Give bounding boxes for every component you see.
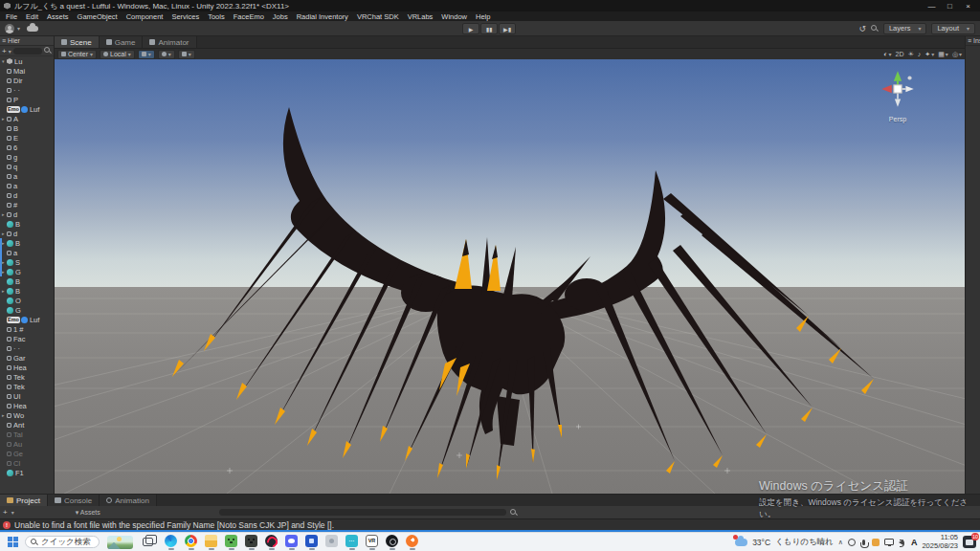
hierarchy-item[interactable]: Emo Mai <box>0 66 54 76</box>
task-view-button[interactable] <box>143 538 153 546</box>
menu-item[interactable]: Radial Inventory <box>297 12 348 21</box>
hierarchy-item[interactable]: Emo a <box>0 181 54 190</box>
hierarchy-item[interactable]: Emo Tal <box>0 430 54 439</box>
menu-item[interactable]: Services <box>171 12 199 21</box>
hierarchy-item[interactable]: ▸ Emo G <box>0 267 54 276</box>
lighting-toggle-icon[interactable]: ☀ <box>908 51 914 58</box>
hierarchy-item[interactable]: Emo Luf <box>0 104 54 114</box>
hierarchy-item[interactable]: Emo B <box>0 276 54 286</box>
hierarchy-item[interactable]: Emo Tek <box>0 382 54 391</box>
add-object-button[interactable]: + <box>2 47 7 55</box>
blender[interactable] <box>402 535 422 550</box>
hierarchy-item[interactable]: Emo · · <box>0 85 54 95</box>
hierarchy-item[interactable]: Emo UI <box>0 391 54 401</box>
ime-mode-indicator[interactable]: A <box>911 538 918 547</box>
view-tab[interactable]: Game <box>100 36 144 48</box>
bottom-tab[interactable]: Animation <box>100 495 157 506</box>
status-bar[interactable]: ! Unable to find a font file with the sp… <box>0 518 980 530</box>
hierarchy-item[interactable]: Emo Ant <box>0 420 54 430</box>
volume-icon[interactable] <box>899 540 903 545</box>
notification-center-button[interactable]: 10 <box>963 536 976 548</box>
project-search-input[interactable] <box>219 509 506 516</box>
tool-pivot-dropdown[interactable]: Center ▾ <box>57 50 97 59</box>
effects-dropdown[interactable]: ✦▾ <box>924 51 934 58</box>
hierarchy-item[interactable]: Emo Gar <box>0 353 54 363</box>
hierarchy-item[interactable]: ▸ Emo d <box>0 229 54 238</box>
menu-item[interactable]: Window <box>441 12 467 21</box>
expand-arrow-icon[interactable]: ▾ <box>2 58 7 64</box>
hierarchy-item[interactable]: Emo Cl <box>0 458 54 468</box>
hierarchy-item[interactable]: ▾ Emo Lu <box>0 56 54 66</box>
hierarchy-item[interactable]: Emo a <box>0 248 54 257</box>
blue-app[interactable] <box>301 535 322 550</box>
assets-folder-label[interactable]: ▾ Assets <box>76 509 100 517</box>
minecraft-green[interactable] <box>221 535 241 550</box>
weather-desc[interactable]: くもりのち晴れ <box>775 537 834 548</box>
snap-increment-dropdown[interactable]: ▾ <box>178 50 195 59</box>
menu-item[interactable]: Jobs <box>273 12 288 21</box>
view-tab[interactable]: Animator <box>143 36 196 48</box>
hamburger-icon[interactable]: ≡ <box>968 37 971 44</box>
view-tab[interactable]: Scene <box>55 36 100 48</box>
opera-gx[interactable] <box>261 535 281 550</box>
hierarchy-item[interactable]: Emo 6 <box>0 143 54 152</box>
vrchat[interactable]: VR <box>362 535 382 550</box>
hierarchy-item[interactable]: ▸ Emo Wo <box>0 410 54 420</box>
edge[interactable] <box>161 535 181 550</box>
hierarchy-item[interactable]: ▸ Emo S <box>0 257 54 267</box>
hierarchy-item[interactable]: Emo B <box>0 219 54 229</box>
weather-temp[interactable]: 33°C <box>752 538 770 547</box>
clock[interactable]: 11:05 2025/08/23 <box>922 534 958 550</box>
play-button[interactable]: ▶ <box>462 23 479 34</box>
dark-app[interactable] <box>382 535 402 550</box>
bottom-tab[interactable]: Project <box>0 495 48 506</box>
hierarchy-item[interactable]: Emo q <box>0 162 54 171</box>
bottom-tab[interactable]: Console <box>48 495 100 506</box>
minimize-button[interactable]: — <box>924 1 940 11</box>
tray-overflow-chevron-icon[interactable]: ∧ <box>838 539 843 546</box>
snap-dropdown[interactable]: ▾ <box>158 50 175 59</box>
hierarchy-item[interactable]: Emo Tek <box>0 372 54 382</box>
chrome[interactable] <box>181 535 201 550</box>
hierarchy-item[interactable]: ▸ Emo d <box>0 209 54 219</box>
hierarchy-item[interactable]: Emo # <box>0 200 54 209</box>
hierarchy-item[interactable]: Emo Hea <box>0 401 54 410</box>
hierarchy-item[interactable]: Emo Fac <box>0 334 54 343</box>
minecraft-dark[interactable] <box>241 535 261 550</box>
hierarchy-item[interactable]: Emo Ge <box>0 449 54 458</box>
chat-app[interactable] <box>342 535 362 550</box>
hierarchy-item[interactable]: ▸ Emo A <box>0 114 54 123</box>
hierarchy-item[interactable]: Emo F1 <box>0 468 54 477</box>
hierarchy-search-input[interactable] <box>13 48 42 55</box>
hierarchy-item[interactable]: Emo Luf <box>0 315 54 324</box>
hierarchy-item[interactable]: Emo · · <box>0 343 54 353</box>
projection-label[interactable]: Persp <box>876 116 920 122</box>
widgets-button[interactable] <box>107 536 133 549</box>
tray-orange-app-icon[interactable] <box>872 539 880 546</box>
hierarchy-header[interactable]: ≡ Hier <box>0 36 54 46</box>
tray-app-icon[interactable] <box>848 539 856 546</box>
cloud-services-icon[interactable] <box>27 26 38 32</box>
layout-dropdown[interactable]: Layout ▾ <box>931 23 975 34</box>
hierarchy-item[interactable]: Emo 1 # <box>0 324 54 334</box>
camera-settings-dropdown[interactable]: ▦▾ <box>938 51 948 58</box>
menu-item[interactable]: Edit <box>26 12 38 21</box>
menu-item[interactable]: Assets <box>47 12 69 21</box>
start-button[interactable] <box>8 537 19 548</box>
menu-item[interactable]: GameObject <box>78 12 118 21</box>
pause-button[interactable]: ▮▮ <box>480 23 498 34</box>
menu-item[interactable]: VRChat SDK <box>357 12 399 21</box>
hierarchy-item[interactable]: ▸ Emo B <box>0 286 54 296</box>
search-icon[interactable] <box>871 25 879 33</box>
chevron-down-icon[interactable]: ▾ <box>9 48 11 55</box>
account-icon[interactable] <box>5 24 14 33</box>
weather-icon[interactable] <box>735 539 747 546</box>
2d-toggle-button[interactable]: 2D <box>896 51 904 57</box>
file-explorer[interactable] <box>201 535 221 550</box>
hierarchy-item[interactable]: Emo G <box>0 305 54 315</box>
hierarchy-item[interactable]: Emo Au <box>0 439 54 449</box>
menu-item[interactable]: VRLabs <box>408 12 434 21</box>
hierarchy-item[interactable]: Emo B <box>0 123 54 133</box>
menu-item[interactable]: Component <box>126 12 164 21</box>
discord[interactable] <box>281 535 301 550</box>
